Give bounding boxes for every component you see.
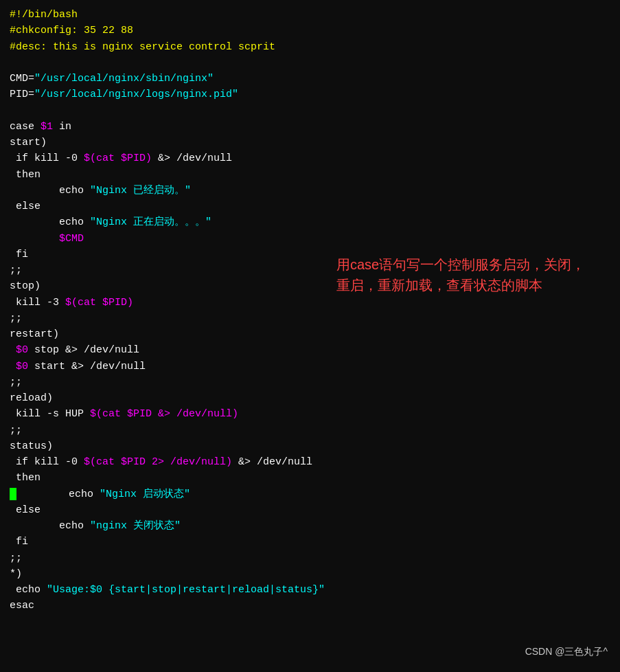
- line-blank2: [10, 103, 610, 119]
- line-chkconfig: #chkconfig: 35 22 88: [10, 23, 610, 38]
- cursor-block: [10, 488, 16, 500]
- line-cmd2: $CMD: [10, 231, 610, 247]
- line-if1: if kill -0 $(cat $PID) &> /dev/null: [10, 150, 610, 166]
- watermark: CSDN @三色丸子^: [525, 645, 608, 660]
- line-fi2: fi: [10, 534, 610, 550]
- line-restart: restart): [10, 326, 610, 342]
- line-reload: reload): [10, 390, 610, 406]
- line-desc: #desc: this is nginx service control scp…: [10, 39, 610, 55]
- line-dsemi3: ;;: [10, 374, 610, 390]
- line-echo4: echo "nginx 关闭状态": [10, 518, 610, 534]
- line-esac: esac: [10, 598, 610, 614]
- line-blank1: [10, 55, 610, 71]
- line-echo3: echo "Nginx 启动状态": [10, 486, 610, 502]
- line-echo1: echo "Nginx 已经启动。": [10, 183, 610, 199]
- annotation-text: 用case语句写一个控制服务启动，关闭，重启，重新加载，查看状态的脚本: [336, 254, 590, 295]
- line-killhup: kill -s HUP $(cat $PID &> /dev/null): [10, 406, 610, 422]
- line-dsemi5: ;;: [10, 550, 610, 566]
- line-if2: if kill -0 $(cat $PID 2> /dev/null) &> /…: [10, 454, 610, 470]
- line-case: case $1 in: [10, 119, 610, 135]
- line-dsemi2: ;;: [10, 311, 610, 326]
- line-status: status): [10, 438, 610, 454]
- line-cmd: CMD="/usr/local/nginx/sbin/nginx": [10, 71, 610, 87]
- line-star: *): [10, 566, 610, 582]
- line-echo2: echo "Nginx 正在启动。。。": [10, 214, 610, 230]
- line-shebang: #!/bin/bash: [10, 7, 610, 23]
- line-else1: else: [10, 199, 610, 214]
- line-pid: PID="/usr/local/nginx/logs/nginx.pid": [10, 87, 610, 102]
- line-kill1: kill -3 $(cat $PID): [10, 295, 610, 311]
- line-s0start: $0 start &> /dev/null: [10, 359, 610, 374]
- line-usage: echo "Usage:$0 {start|stop|restart|reloa…: [10, 582, 610, 598]
- line-else2: else: [10, 502, 610, 518]
- line-s0stop: $0 stop &> /dev/null: [10, 342, 610, 358]
- line-start: start): [10, 135, 610, 150]
- line-then2: then: [10, 470, 610, 486]
- line-dsemi4: ;;: [10, 423, 610, 438]
- line-then1: then: [10, 167, 610, 183]
- terminal: #!/bin/bash #chkconfig: 35 22 88 #desc: …: [0, 0, 620, 672]
